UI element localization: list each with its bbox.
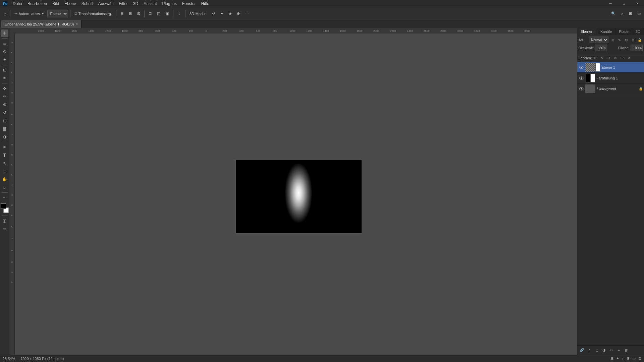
crop-tool[interactable]: ⊡ — [1, 66, 8, 74]
search-button[interactable]: ⌕ — [619, 9, 626, 18]
gradient-tool[interactable]: ▓ — [1, 125, 8, 132]
tab-kanaele[interactable]: Kanäle — [597, 28, 615, 35]
quick-mask-button[interactable]: ◫ — [1, 217, 8, 225]
home-button[interactable]: ⌂ — [1, 9, 8, 18]
opacity-row: Deckkraft: Fläche: — [579, 45, 643, 51]
shape-tool[interactable]: ▭ — [1, 168, 8, 175]
menu-ebene[interactable]: Ebene — [62, 1, 79, 7]
layer-visibility-hintergrund[interactable] — [579, 86, 584, 92]
align-right-button[interactable]: ⊠ — [135, 9, 142, 18]
layer-icon-4[interactable]: ⊕ — [630, 37, 636, 43]
pin-button[interactable]: ⊕ — [235, 9, 242, 18]
menu-plugins[interactable]: Plug-ins — [160, 1, 179, 7]
text-tool[interactable]: T — [1, 152, 8, 159]
fill-input[interactable] — [631, 45, 643, 51]
brush-tool[interactable]: ✏ — [1, 93, 8, 100]
menu-datei[interactable]: Datei — [10, 1, 25, 7]
clone-tool[interactable]: ⊕ — [1, 101, 8, 108]
lasso-tool[interactable]: ⊙ — [1, 48, 8, 55]
align-middle-button[interactable]: ◫ — [155, 9, 162, 18]
menu-bearbeiten[interactable]: Bearbeiten — [25, 1, 50, 7]
layer-bottom-toolbar: 🔗 ƒ ◻ ◑ ▭ + 🗑 — [577, 345, 644, 355]
opacity-input[interactable] — [595, 45, 607, 51]
svg-text:8: 8 — [11, 261, 13, 263]
canvas-area[interactable] — [15, 34, 577, 355]
menu-auswahl[interactable]: Auswahl — [96, 1, 116, 7]
delete-layer-button[interactable]: 🗑 — [623, 347, 630, 354]
history-brush-tool[interactable]: ↺ — [1, 109, 8, 116]
tab-3d[interactable]: 3D — [632, 28, 644, 35]
align-bottom-button[interactable]: ▣ — [164, 9, 171, 18]
close-button[interactable]: ✕ — [631, 0, 644, 7]
focoer-btn-4[interactable]: ⊕ — [612, 55, 619, 61]
layer-select[interactable]: Ebene — [47, 10, 68, 17]
minimize-button[interactable]: ─ — [604, 0, 617, 7]
zoom-tool[interactable]: ⌕ — [1, 184, 8, 191]
menu-fenster[interactable]: Fenster — [179, 1, 199, 7]
tab-ebenen[interactable]: Ebenen — [577, 28, 597, 35]
focoer-btn-3[interactable]: ⊡ — [606, 55, 612, 61]
align-center-h-button[interactable]: ⊟ — [127, 9, 134, 18]
color-swatches[interactable] — [0, 203, 9, 213]
new-layer-button[interactable]: + — [615, 347, 622, 354]
eyedropper-tool[interactable]: ✒ — [1, 74, 8, 82]
path-selection-tool[interactable]: ↖ — [1, 160, 8, 167]
dodge-tool[interactable]: ◑ — [1, 133, 8, 140]
menu-hilfe[interactable]: Hilfe — [199, 1, 212, 7]
selection-tool[interactable]: ▭ — [1, 40, 8, 47]
pen-tool[interactable]: ✒ — [1, 143, 8, 151]
maximize-button[interactable]: □ — [617, 0, 631, 7]
view-button[interactable]: ▭ — [635, 9, 643, 18]
healing-tool[interactable]: ✜ — [1, 85, 8, 92]
eraser-tool[interactable]: ◻ — [1, 117, 8, 124]
layer-icon-5[interactable]: 🔒 — [637, 37, 643, 43]
align-top-button[interactable]: ⊡ — [147, 9, 154, 18]
menu-3d[interactable]: 3D — [130, 1, 141, 7]
focoer-btn-6[interactable]: ⊘ — [626, 55, 632, 61]
move-tool[interactable]: ✛ — [1, 29, 8, 37]
focoer-btn-2[interactable]: ✎ — [599, 55, 605, 61]
menu-bild[interactable]: Bild — [50, 1, 62, 7]
hand-tool[interactable]: ✋ — [1, 176, 8, 183]
layer-icon-1[interactable]: ⊞ — [610, 37, 616, 43]
blend-mode-select[interactable]: Normal — [589, 37, 608, 43]
tab-close-button[interactable]: × — [76, 22, 78, 26]
window-button[interactable]: ⊞ — [627, 9, 634, 18]
magic-wand-tool[interactable]: ✦ — [1, 56, 8, 63]
menu-filter[interactable]: Filter — [116, 1, 130, 7]
svg-text:3: 3 — [11, 215, 13, 216]
menu-schrift[interactable]: Schrift — [79, 1, 96, 7]
distribute-button[interactable]: ⋮ — [175, 9, 183, 18]
align-left-button[interactable]: ⊞ — [118, 9, 125, 18]
extras-button[interactable]: ⋯ — [243, 9, 251, 18]
layer-icon-3[interactable]: ⊡ — [623, 37, 629, 43]
layer-visibility-farbfuellung1[interactable] — [579, 75, 584, 81]
group-layers-button[interactable]: ▭ — [608, 347, 615, 354]
foreground-color-swatch[interactable] — [1, 203, 6, 209]
layer-visibility-ebene1[interactable] — [579, 65, 584, 70]
search-global-button[interactable]: 🔍 — [609, 9, 618, 18]
layer-item-ebene1[interactable]: Ebene 1 — [577, 62, 644, 73]
layers-list: Ebene 1 Farbfüllung 1 Hi — [577, 62, 644, 345]
transform-button[interactable]: ☑ Transformationsstrg. — [72, 9, 114, 18]
snap-button[interactable]: ✦ — [218, 9, 225, 18]
focoer-btn-1[interactable]: ⊞ — [592, 55, 598, 61]
link-layers-button[interactable]: 🔗 — [579, 347, 585, 354]
document-tab[interactable]: Unbenannt-1 bei 25,5% (Ebene 1, RGB/8) × — [1, 20, 82, 28]
menu-ansicht[interactable]: Ansicht — [141, 1, 159, 7]
rotate-button[interactable]: ↺ — [210, 9, 217, 18]
layer-style-button[interactable]: ƒ — [586, 347, 593, 354]
tool-mode-button[interactable]: ⊹ Autom. ausw. ▾ — [12, 9, 46, 18]
extras-tool[interactable]: ⋯ — [1, 194, 8, 201]
mode-3d-button[interactable]: 3D-Modus — [187, 9, 209, 18]
focoer-btn-5[interactable]: ⋯ — [619, 55, 625, 61]
layer-item-farbfuellung1[interactable]: Farbfüllung 1 — [577, 73, 644, 83]
adjustment-layer-button[interactable]: ◑ — [601, 347, 607, 354]
layer-icon-2[interactable]: ✎ — [616, 37, 623, 43]
layer-mask-button[interactable]: ◻ — [593, 347, 600, 354]
layer-item-hintergrund[interactable]: Hintergrund 🔒 — [577, 83, 644, 94]
magnet-button[interactable]: ◈ — [227, 9, 233, 18]
screen-mode-button[interactable]: ▭ — [1, 225, 8, 233]
svg-text:8: 8 — [11, 154, 13, 156]
tab-pfade[interactable]: Pfade — [615, 28, 632, 35]
